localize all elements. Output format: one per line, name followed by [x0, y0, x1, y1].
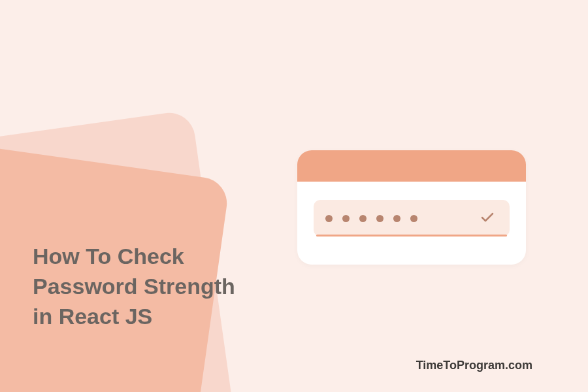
password-dot	[342, 215, 350, 222]
card-header	[297, 150, 526, 182]
check-icon	[480, 209, 495, 227]
password-card	[297, 150, 526, 265]
password-field[interactable]	[314, 200, 510, 237]
title-line-3: in React JS	[33, 304, 152, 329]
watermark: TimeToProgram.com	[416, 359, 532, 372]
password-dot	[376, 215, 384, 222]
password-dot	[410, 215, 417, 222]
password-dot	[359, 215, 367, 222]
password-dots	[325, 215, 480, 222]
title-line-2: Password Strength	[33, 274, 235, 299]
card-body	[297, 182, 526, 255]
password-dot	[393, 215, 400, 222]
page-title: How To Check Password Strength in React …	[33, 242, 235, 332]
title-line-1: How To Check	[33, 244, 184, 269]
password-dot	[325, 215, 333, 222]
